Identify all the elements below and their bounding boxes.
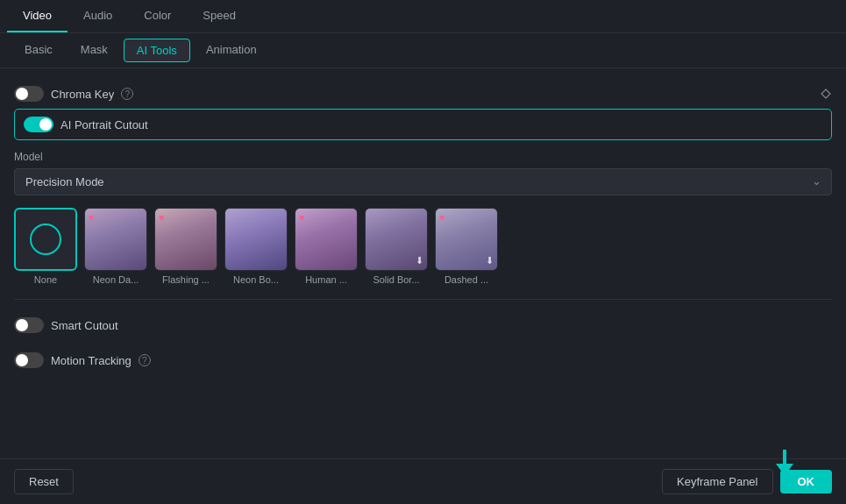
chroma-key-help-icon[interactable]: ? <box>121 88 133 100</box>
motion-tracking-row: Motion Tracking ? <box>14 345 832 375</box>
thumb-person-3 <box>225 209 287 270</box>
smart-cutout-label: Smart Cutout <box>51 319 118 332</box>
thumb-label-none: None <box>34 274 57 285</box>
thumb-label-human: Human ... <box>305 274 347 285</box>
thumbnail-dashed[interactable]: ♥ ⬇ Dashed ... <box>435 208 498 285</box>
thumb-img-dashed: ♥ ⬇ <box>435 208 498 271</box>
none-circle <box>30 224 61 255</box>
model-section: Model Precision Mode Fast Mode <box>14 151 832 195</box>
svg-marker-0 <box>821 89 830 98</box>
sub-tab-bar: Basic Mask AI Tools Animation <box>0 33 846 68</box>
heart-icon-3: ♥ <box>299 212 305 223</box>
thumbnail-human[interactable]: ♥ Human ... <box>295 208 358 285</box>
thumb-img-human: ♥ <box>295 208 358 271</box>
thumbnail-neon-bo[interactable]: Neon Bo... <box>224 208 288 285</box>
smart-cutout-toggle[interactable] <box>14 317 44 333</box>
thumb-img-neon-bo <box>224 208 288 271</box>
thumbnail-solid-bor[interactable]: ⬇ Solid Bor... <box>365 208 428 285</box>
heart-icon-4: ♥ <box>439 212 445 223</box>
content-area: Chroma Key ? AI Portrait Cutout Model Pr… <box>0 68 846 386</box>
chroma-key-toggle[interactable] <box>14 86 44 102</box>
thumbnail-flashing[interactable]: ♥ Flashing ... <box>154 208 217 285</box>
sub-tab-mask[interactable]: Mask <box>68 39 120 62</box>
arrow-down-icon <box>776 450 793 476</box>
tab-audio[interactable]: Audio <box>68 0 128 32</box>
motion-tracking-label: Motion Tracking <box>51 354 132 367</box>
chroma-key-row: Chroma Key ? <box>14 79 832 109</box>
sub-tab-ai-tools[interactable]: AI Tools <box>124 39 190 62</box>
thumbnail-none[interactable]: None <box>14 208 77 285</box>
thumb-label-solid-bor: Solid Bor... <box>373 274 419 285</box>
keyframe-panel-button[interactable]: Keyframe Panel <box>662 469 773 494</box>
thumb-img-none <box>14 208 77 271</box>
thumb-label-dashed: Dashed ... <box>444 274 488 285</box>
thumb-label-neon-da: Neon Da... <box>93 274 139 285</box>
thumb-label-flashing: Flashing ... <box>162 274 210 285</box>
top-tab-bar: Video Audio Color Speed <box>0 0 846 33</box>
thumb-label-neon-bo: Neon Bo... <box>233 274 279 285</box>
download-icon-1: ⬇ <box>416 255 423 266</box>
heart-icon-1: ♥ <box>89 212 95 223</box>
thumb-img-flashing: ♥ <box>154 208 217 271</box>
diamond-icon <box>820 88 832 100</box>
model-select-wrapper: Precision Mode Fast Mode <box>14 168 832 195</box>
tab-speed[interactable]: Speed <box>187 0 252 32</box>
sub-tab-animation[interactable]: Animation <box>194 39 269 62</box>
right-buttons: Keyframe Panel OK <box>662 469 832 494</box>
thumb-img-solid-bor: ⬇ <box>365 208 428 271</box>
download-icon-2: ⬇ <box>486 255 494 266</box>
motion-tracking-toggle[interactable] <box>14 352 44 368</box>
portrait-cutout-label: AI Portrait Cutout <box>60 118 148 131</box>
tab-video[interactable]: Video <box>7 0 68 32</box>
model-select[interactable]: Precision Mode Fast Mode <box>14 168 832 195</box>
portrait-cutout-toggle[interactable] <box>24 117 53 132</box>
sub-tab-basic[interactable]: Basic <box>12 39 65 62</box>
heart-icon-2: ♥ <box>159 212 165 223</box>
tab-color[interactable]: Color <box>128 0 187 32</box>
thumb-img-neon-da: ♥ <box>84 208 147 271</box>
divider-1 <box>14 299 832 300</box>
feature-rows: Smart Cutout Motion Tracking ? <box>14 310 832 375</box>
bottom-bar: Reset Keyframe Panel OK <box>0 458 846 504</box>
portrait-cutout-row: AI Portrait Cutout <box>14 109 832 140</box>
model-label: Model <box>14 151 832 163</box>
thumbnail-neon-da[interactable]: ♥ Neon Da... <box>84 208 147 285</box>
reset-button[interactable]: Reset <box>14 469 74 494</box>
chroma-key-label: Chroma Key <box>51 88 114 101</box>
motion-tracking-help-icon[interactable]: ? <box>139 354 151 366</box>
thumbnails-row: None ♥ Neon Da... ♥ Flashing ... Neon Bo… <box>14 208 832 288</box>
smart-cutout-row: Smart Cutout <box>14 310 832 340</box>
